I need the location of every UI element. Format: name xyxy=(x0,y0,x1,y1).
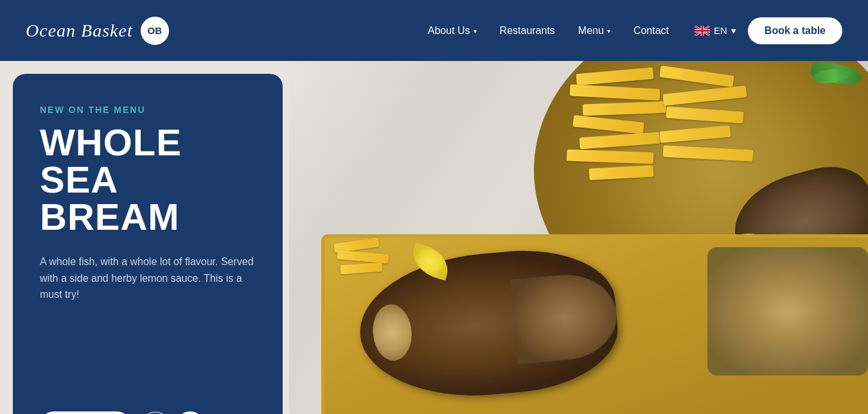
nav-item-contact[interactable]: Contact xyxy=(633,25,669,37)
nav-item-about[interactable]: About Us ▾ xyxy=(428,25,477,37)
language-selector[interactable]: EN ▾ xyxy=(695,25,736,37)
chevron-down-icon-lang: ▾ xyxy=(731,25,736,37)
card-description: A whole fish, with a whole lot of flavou… xyxy=(40,254,256,303)
chevron-down-icon: ▾ xyxy=(474,28,477,35)
nav-right: EN ▾ Book a table xyxy=(695,17,842,44)
card-actions: SEE MORE ← → xyxy=(40,411,256,414)
brand-badge: OB xyxy=(141,17,169,45)
logo-area[interactable]: Ocean Basket OB xyxy=(26,17,169,45)
book-table-button[interactable]: Book a table xyxy=(748,17,842,44)
food-tray-bottom xyxy=(321,234,868,414)
flag-uk-icon xyxy=(695,26,710,36)
navbar: Ocean Basket OB About Us ▾ Restaurants M… xyxy=(0,0,868,61)
next-slide-button[interactable]: → xyxy=(176,411,204,414)
card-tag: NEW ON THE MENU xyxy=(40,105,256,115)
language-code: EN xyxy=(714,25,727,36)
slide-nav-arrows: ← → xyxy=(141,411,204,414)
nav-menu-label: Menu xyxy=(578,25,604,37)
brand-name: Ocean Basket xyxy=(26,21,133,41)
nav-item-menu[interactable]: Menu ▾ xyxy=(578,25,610,37)
hero-background xyxy=(289,61,868,414)
nav-restaurants-label: Restaurants xyxy=(500,25,555,37)
prev-slide-button[interactable]: ← xyxy=(141,411,170,414)
hero-section: NEW ON THE MENU WHOLE SEA BREAM A whole … xyxy=(0,61,868,414)
nav-links: About Us ▾ Restaurants Menu ▾ Contact xyxy=(428,25,669,37)
hero-card: NEW ON THE MENU WHOLE SEA BREAM A whole … xyxy=(13,74,283,414)
see-more-button[interactable]: SEE MORE xyxy=(40,411,131,414)
nav-about-label: About Us xyxy=(428,25,470,37)
nav-contact-label: Contact xyxy=(633,25,669,37)
chevron-down-icon-menu: ▾ xyxy=(607,28,610,35)
nav-item-restaurants[interactable]: Restaurants xyxy=(500,25,555,37)
card-title: WHOLE SEA BREAM xyxy=(40,124,256,236)
